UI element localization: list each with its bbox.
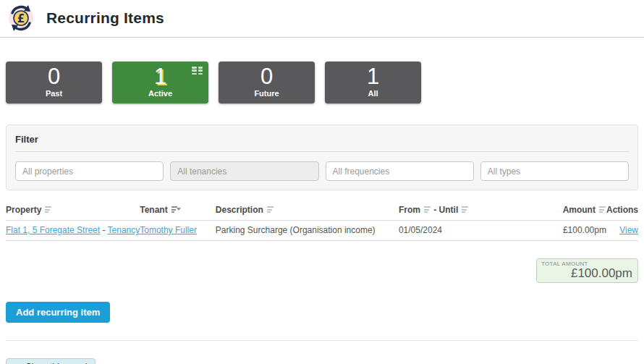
- table-row: Flat 1, 5 Foregate Street - Tenancy Tomo…: [6, 221, 638, 241]
- stat-box-all[interactable]: 1 All: [325, 62, 421, 103]
- stat-box-future[interactable]: 0 Future: [219, 62, 315, 103]
- sort-icon[interactable]: [599, 206, 606, 213]
- tenant-link[interactable]: Tomothy Fuller: [140, 225, 197, 235]
- filter-types-input[interactable]: [480, 161, 629, 181]
- bottom-divider: [6, 340, 638, 341]
- total-amount-box: TOTAL AMOUNT £100.00pm: [536, 258, 638, 283]
- filter-fields: [15, 161, 629, 181]
- sort-icon[interactable]: [267, 206, 274, 213]
- sort-icon[interactable]: [424, 206, 431, 213]
- column-header-tenant[interactable]: Tenant: [140, 202, 216, 221]
- filter-panel: Filter: [6, 124, 638, 190]
- tenancy-link[interactable]: Tenancy: [108, 225, 140, 235]
- total-amount-value: £100.00pm: [541, 266, 632, 281]
- column-header-property[interactable]: Property: [6, 202, 140, 221]
- view-link[interactable]: View: [619, 225, 638, 235]
- stat-value-past: 0: [6, 65, 102, 88]
- stat-label-active: Active: [112, 89, 208, 98]
- stat-label-all: All: [325, 89, 421, 98]
- stats-row: 0 Past 1 Active 0 Future 1 All: [6, 62, 638, 103]
- column-header-description[interactable]: Description: [216, 202, 399, 221]
- page-title: Recurring Items: [46, 9, 164, 27]
- stat-label-future: Future: [219, 89, 315, 98]
- filter-title: Filter: [15, 134, 629, 152]
- filter-frequencies-input[interactable]: [326, 161, 474, 181]
- stat-value-future: 0: [219, 65, 315, 88]
- recurring-pound-icon: £: [6, 3, 36, 33]
- property-cell: Flat 1, 5 Foregate Street - Tenancy: [6, 221, 140, 241]
- column-header-actions: Actions: [606, 202, 638, 221]
- total-wrap: TOTAL AMOUNT £100.00pm: [6, 258, 638, 283]
- sort-icon-active[interactable]: [171, 206, 179, 213]
- sort-icon[interactable]: [45, 206, 52, 213]
- stat-label-past: Past: [6, 89, 102, 98]
- filter-properties-input[interactable]: [15, 161, 164, 181]
- tenant-cell: Tomothy Fuller: [140, 221, 216, 241]
- close-panel-button[interactable]: Close this panel: [6, 358, 96, 364]
- stat-box-active[interactable]: 1 Active: [112, 62, 208, 103]
- property-separator: -: [102, 225, 105, 235]
- svg-text:£: £: [17, 12, 25, 25]
- column-header-from-until[interactable]: From - Until: [399, 202, 550, 221]
- table-header-row: Property Tenant Description From - Until…: [6, 202, 638, 221]
- stat-value-all: 1: [325, 65, 421, 88]
- actions-cell: View: [606, 221, 638, 241]
- page-header: £ Recurring Items: [0, 0, 644, 38]
- list-icon: [192, 67, 203, 75]
- amount-cell: £100.00pm: [550, 221, 606, 241]
- description-cell: Parking Surcharge (Organisation income): [216, 221, 399, 241]
- column-header-amount[interactable]: Amount: [550, 202, 606, 221]
- recurring-items-table: Property Tenant Description From - Until…: [6, 202, 638, 241]
- from-until-cell: 01/05/2024: [399, 221, 550, 241]
- filter-tenancies-input[interactable]: [170, 161, 318, 181]
- add-recurring-item-button[interactable]: Add recurring item: [6, 302, 110, 323]
- sort-icon[interactable]: [462, 206, 469, 213]
- stat-box-past[interactable]: 0 Past: [6, 62, 102, 103]
- property-link[interactable]: Flat 1, 5 Foregate Street: [6, 225, 100, 235]
